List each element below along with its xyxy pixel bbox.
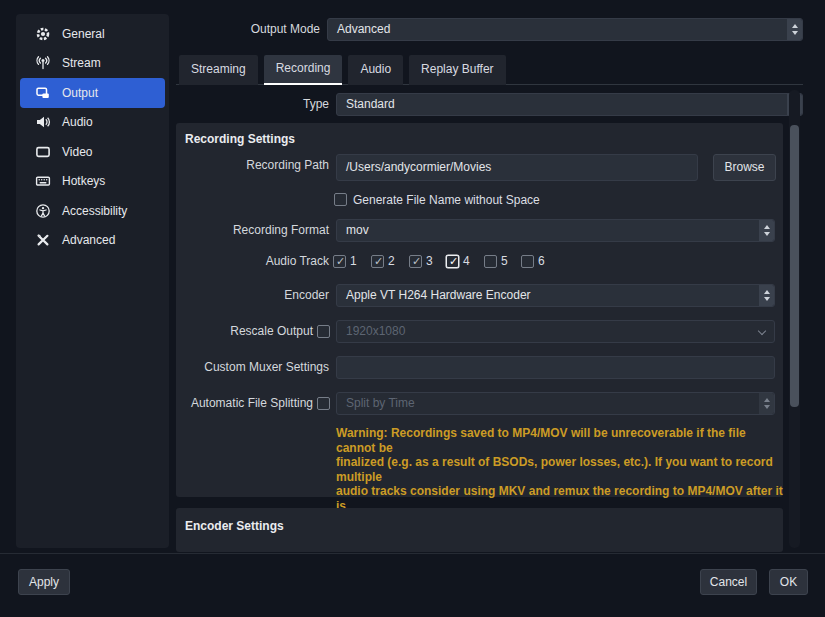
encoder-select[interactable]: Apple VT H264 Hardware Encoder	[336, 284, 775, 307]
audio-track-3: ✓ 3	[409, 254, 433, 268]
audio-track-1: ✓ 1	[333, 254, 357, 268]
recording-path-label: Recording Path	[176, 152, 329, 179]
file-splitting-label: Automatic File Splitting	[176, 392, 313, 415]
spinner-arrows-icon	[759, 393, 774, 414]
tab-audio[interactable]: Audio	[348, 55, 403, 85]
encoder-settings-panel: Encoder Settings	[176, 508, 783, 552]
recording-format-label: Recording Format	[176, 219, 329, 242]
recording-format-select[interactable]: mov	[336, 219, 775, 242]
audio-track-6-checkbox[interactable]	[521, 255, 534, 268]
file-splitting-mode-select: Split by Time	[336, 392, 775, 415]
type-value: Standard	[346, 97, 395, 111]
sidebar-item-advanced[interactable]: Advanced	[20, 226, 165, 256]
sidebar-item-label: Advanced	[62, 233, 115, 247]
tab-streaming[interactable]: Streaming	[179, 55, 258, 85]
scrollbar-thumb[interactable]	[790, 125, 799, 407]
keyboard-icon	[35, 173, 51, 189]
tab-recording[interactable]: Recording	[264, 55, 343, 85]
browse-button[interactable]: Browse	[713, 154, 776, 181]
encoder-settings-title: Encoder Settings	[185, 519, 284, 533]
encoder-label: Encoder	[176, 284, 329, 307]
footer-divider	[0, 553, 825, 554]
spinner-arrows-icon[interactable]	[787, 19, 802, 40]
encoder-value: Apple VT H264 Hardware Encoder	[346, 288, 531, 302]
recording-path-input[interactable]: /Users/andycormier/Movies	[336, 154, 698, 181]
accessibility-icon	[35, 203, 51, 219]
file-splitting-checkbox[interactable]	[317, 397, 330, 410]
output-mode-select[interactable]: Advanced	[327, 18, 803, 41]
audio-track-1-checkbox[interactable]: ✓	[333, 255, 346, 268]
type-label: Type	[0, 93, 329, 116]
rescale-output-checkbox[interactable]	[317, 325, 330, 338]
audio-track-3-checkbox[interactable]: ✓	[409, 255, 422, 268]
rescale-resolution-select: 1920x1080	[336, 320, 775, 343]
sidebar-item-stream[interactable]: Stream	[20, 49, 165, 79]
generate-file-name-checkbox[interactable]	[334, 193, 347, 206]
settings-window: General Stream Output Audio Video	[0, 0, 825, 617]
custom-muxer-input[interactable]	[336, 356, 775, 379]
generate-file-name-label[interactable]: Generate File Name without Space	[353, 193, 540, 208]
rescale-resolution-value: 1920x1080	[346, 324, 405, 338]
audio-track-4: ✓ 4	[446, 254, 470, 268]
output-mode-label: Output Mode	[0, 18, 320, 41]
output-tabbar: Streaming Recording Audio Replay Buffer	[179, 55, 506, 85]
sidebar-item-label: Audio	[62, 115, 93, 129]
sidebar-item-label: Hotkeys	[62, 174, 105, 188]
sidebar-item-video[interactable]: Video	[20, 137, 165, 167]
audio-track-4-checkbox[interactable]: ✓	[446, 255, 459, 268]
broadcast-icon	[35, 55, 51, 71]
audio-track-5: 5	[484, 254, 508, 268]
recording-format-value: mov	[346, 223, 369, 237]
chevron-down-icon	[758, 327, 766, 335]
output-mode-value: Advanced	[337, 22, 390, 36]
monitor-icon	[35, 144, 51, 160]
custom-muxer-label: Custom Muxer Settings	[176, 356, 329, 379]
spinner-arrows-icon[interactable]	[759, 220, 774, 241]
speaker-icon	[35, 114, 51, 130]
audio-track-5-checkbox[interactable]	[484, 255, 497, 268]
audio-track-2: ✓ 2	[371, 254, 395, 268]
spinner-arrows-icon[interactable]	[759, 285, 774, 306]
recording-settings-panel: Recording Settings Recording Path /Users…	[176, 123, 783, 497]
sidebar-item-label: Video	[62, 145, 92, 159]
sidebar-item-hotkeys[interactable]: Hotkeys	[20, 167, 165, 197]
tab-replay-buffer[interactable]: Replay Buffer	[409, 55, 506, 85]
cancel-button[interactable]: Cancel	[700, 569, 757, 595]
audio-track-label: Audio Track	[176, 254, 329, 269]
apply-button[interactable]: Apply	[18, 569, 70, 595]
tools-icon	[35, 232, 51, 248]
rescale-output-label: Rescale Output	[176, 320, 313, 343]
audio-track-6: 6	[521, 254, 545, 268]
sidebar-item-accessibility[interactable]: Accessibility	[20, 196, 165, 226]
recording-settings-title: Recording Settings	[185, 132, 295, 146]
sidebar-item-label: Accessibility	[62, 204, 127, 218]
sidebar-item-label: Stream	[62, 56, 101, 70]
file-splitting-mode-value: Split by Time	[346, 396, 415, 410]
ok-button[interactable]: OK	[769, 569, 808, 595]
type-select[interactable]: Standard	[336, 93, 803, 116]
audio-track-2-checkbox[interactable]: ✓	[371, 255, 384, 268]
